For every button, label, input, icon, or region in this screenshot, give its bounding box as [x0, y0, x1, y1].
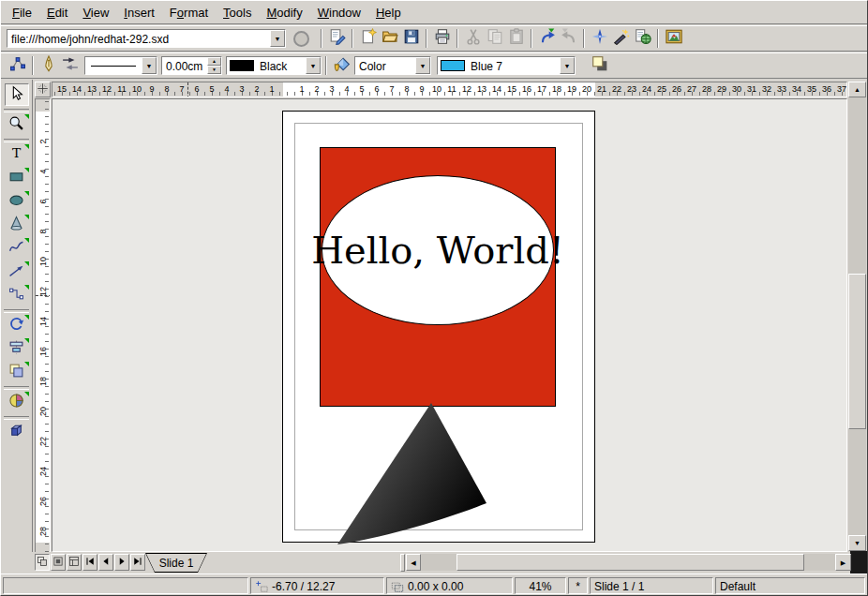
text-tool-button[interactable]: T: [5, 143, 29, 166]
undo-icon: [539, 28, 556, 49]
submenu-arrow-icon: [24, 362, 29, 366]
edit-points-button[interactable]: [7, 55, 28, 77]
menu-help[interactable]: Help: [368, 2, 409, 22]
nav-last-button[interactable]: [130, 554, 145, 571]
toolbar-separator: [531, 29, 532, 48]
menu-tools[interactable]: Tools: [216, 2, 259, 22]
modified-indicator: *: [576, 580, 580, 593]
slide-tab-label[interactable]: Slide 1: [146, 554, 206, 572]
horizontal-scrollbar-thumb[interactable]: [456, 554, 804, 571]
open-button[interactable]: [379, 28, 400, 50]
tab-scrollbar-splitter[interactable]: [400, 554, 405, 572]
fill-color-dropdown-icon[interactable]: ▼: [560, 57, 575, 74]
horizontal-ruler[interactable]: 1615141312111098765432112345678910111213…: [52, 82, 847, 97]
menu-window[interactable]: Window: [310, 2, 368, 22]
autopilot-button[interactable]: [610, 28, 632, 50]
area-dialog-button[interactable]: [331, 55, 352, 77]
edit-points-icon: [9, 55, 26, 76]
hyperlink-button[interactable]: [632, 28, 653, 50]
nav-first-button[interactable]: [82, 554, 97, 571]
line-width-stepper[interactable]: 0.00cm ▲ ▼: [161, 56, 222, 75]
fill-color-select[interactable]: Blue 7 ▼: [437, 56, 576, 75]
connector-tool-button[interactable]: [5, 284, 29, 306]
arrange-tool-icon: [8, 363, 24, 382]
navigator-button[interactable]: [589, 28, 610, 50]
undo-button[interactable]: [536, 28, 558, 50]
gallery-button[interactable]: [663, 28, 684, 50]
autopilot-icon: [613, 28, 630, 49]
ellipse-tool-button[interactable]: [5, 190, 29, 213]
controller3d-tool-button[interactable]: [5, 421, 29, 443]
layer-view-icon: [68, 554, 80, 571]
menu-view[interactable]: View: [75, 2, 116, 22]
load-url-combobox[interactable]: file:///home/john/redhat-292.sxd ▼: [7, 29, 286, 48]
rotate-tool-button[interactable]: [5, 314, 29, 336]
curve-tool-button[interactable]: [5, 237, 29, 260]
arrow-style-button[interactable]: [59, 55, 81, 77]
zoom-tool-button[interactable]: [5, 113, 29, 136]
scroll-up-button[interactable]: ▲: [848, 82, 866, 97]
ruler-origin-box[interactable]: [35, 82, 51, 97]
menu-insert[interactable]: Insert: [116, 2, 162, 22]
function-toolbar: file:///home/john/redhat-292.sxd ▼: [1, 25, 867, 52]
select-button[interactable]: [5, 83, 29, 106]
fill-type-select[interactable]: Color ▼: [354, 56, 431, 75]
redo-icon: [561, 28, 577, 49]
line-style-select[interactable]: ▼: [84, 56, 157, 75]
ellipse-tool-icon: [8, 192, 24, 212]
origin-cross-icon: [37, 82, 49, 98]
vertical-ruler[interactable]: 24681012141618202224262830: [35, 98, 51, 554]
white-ellipse-shape[interactable]: Hello, World!: [322, 175, 554, 325]
line-width-up-icon[interactable]: ▲: [207, 57, 221, 66]
effects-tool-button[interactable]: [5, 391, 29, 413]
line-tool-button[interactable]: [5, 261, 29, 283]
print-button[interactable]: [431, 28, 453, 50]
scroll-left-button[interactable]: ◀: [406, 554, 421, 571]
line-width-value[interactable]: 0.00cm: [162, 57, 207, 74]
text-tool-icon: T: [8, 145, 24, 165]
menu-modify[interactable]: Modify: [259, 2, 309, 22]
line-color-select[interactable]: Black ▼: [226, 56, 322, 75]
cut-icon: [465, 28, 482, 49]
copy-icon: [486, 28, 503, 49]
nav-next-button[interactable]: [114, 554, 129, 571]
cone-3d-shape[interactable]: [330, 400, 494, 552]
nav-next-icon: [116, 554, 127, 571]
url-dropdown-arrow-icon[interactable]: ▼: [270, 30, 285, 47]
menu-edit[interactable]: Edit: [39, 2, 75, 22]
vruler-number: 14: [36, 315, 51, 329]
application-window: { "menu_bar": { "items": [ {"label":"Fil…: [0, 0, 868, 596]
master-view-button[interactable]: [51, 554, 66, 571]
nav-prev-button[interactable]: [98, 554, 113, 571]
layer-view-button[interactable]: [67, 554, 82, 571]
status-bar: -6.70 / 12.27 0.00 x 0.00 41% * Slide 1 …: [1, 574, 867, 596]
line-style-dropdown-icon[interactable]: ▼: [142, 57, 157, 74]
shadow-button[interactable]: [589, 55, 610, 77]
line-color-dropdown-icon[interactable]: ▼: [306, 57, 321, 74]
selection-size-value: 0.00 x 0.00: [408, 580, 463, 593]
status-zoom-field[interactable]: 41%: [515, 577, 566, 594]
hello-world-text[interactable]: Hello, World!: [311, 229, 564, 272]
arrange-tool-button[interactable]: [5, 361, 29, 383]
menu-format[interactable]: Format: [162, 2, 216, 22]
edit-file-button[interactable]: [326, 28, 348, 50]
rectangle-tool-button[interactable]: [5, 167, 29, 189]
objects3d-tool-button[interactable]: [5, 214, 29, 236]
vertical-scrollbar-thumb[interactable]: [848, 274, 866, 429]
new-document-button[interactable]: [357, 28, 379, 50]
cut-button: [462, 28, 484, 50]
slide-tab[interactable]: Slide 1: [145, 553, 207, 573]
fill-type-dropdown-icon[interactable]: ▼: [415, 57, 430, 74]
slide-view-button[interactable]: [35, 554, 50, 571]
line-dialog-button[interactable]: [37, 55, 59, 77]
scroll-right-button[interactable]: ▶: [835, 554, 851, 571]
menu-file[interactable]: File: [5, 2, 39, 22]
save-button[interactable]: [400, 28, 422, 50]
canvas-viewport: Hello, World!: [52, 98, 847, 552]
alignment-tool-button[interactable]: [5, 337, 29, 360]
line-width-down-icon[interactable]: ▼: [207, 66, 221, 74]
cursor-position-value: -6.70 / 12.27: [272, 580, 335, 593]
scroll-down-button[interactable]: ▼: [848, 535, 866, 551]
url-input[interactable]: file:///home/john/redhat-292.sxd: [7, 30, 270, 47]
menu-bar: FileEditViewInsertFormatToolsModifyWindo…: [1, 1, 867, 24]
